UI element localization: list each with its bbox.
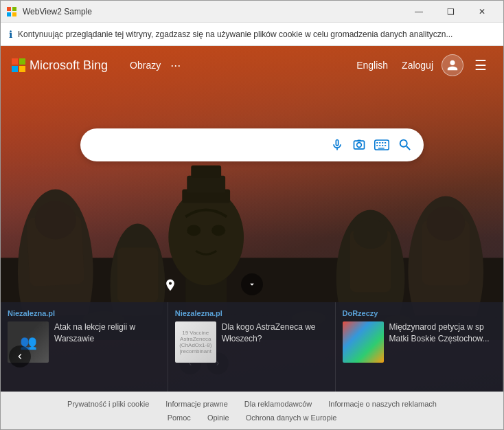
info-icon: ℹ [9,29,12,40]
ms-logo-red [12,58,18,65]
search-input[interactable] [91,139,330,151]
news-headline-2: Dla kogo AstraZeneca we Włoszech? [222,321,328,363]
svg-rect-35 [376,145,378,146]
svg-rect-17 [191,166,221,178]
window-frame: WebView2 Sample — ❑ ✕ ℹ Kontynuując prze… [0,0,504,430]
bing-navbar: Microsoft Bing Obrazy ··· English Zalogu… [1,46,503,84]
vaccine-thumbnail: 19 Vaccine AstraZeneca (ChAdOx1-8) [reco… [175,321,216,363]
footer-link-help[interactable]: Pomoc [168,414,191,422]
search-container [80,128,424,161]
svg-rect-34 [385,142,386,144]
scroll-down-button[interactable] [241,273,263,295]
search-button[interactable] [398,137,413,152]
nav-more[interactable]: ··· [166,56,185,76]
svg-rect-39 [378,148,385,149]
cookie-banner-text: Kontynuując przeglądanie tej witryny, zg… [18,30,453,39]
svg-point-28 [357,143,362,148]
hamburger-menu[interactable]: ☰ [469,54,492,76]
chevron-down-icon [247,280,257,289]
user-avatar[interactable] [442,54,463,76]
news-thumb-2: 19 Vaccine AstraZeneca (ChAdOx1-8) [reco… [175,321,216,363]
microphone-icon [330,138,344,152]
footer-link-legal[interactable]: Informacje prawne [165,400,228,408]
svg-point-12 [168,190,244,286]
footer-link-advertisers[interactable]: Dla reklamodawców [244,400,312,408]
ms-logo-yellow [19,66,25,72]
news-card-3[interactable]: DoRzeczy Międzynarod petycja w sp Matki … [336,302,503,392]
nav-images[interactable]: Obrazy [124,57,166,73]
ms-logo-green [19,58,25,65]
minimize-button[interactable]: — [403,1,435,23]
footer: Prywatność i pliki cookie Informacje pra… [1,392,503,429]
footer-row-2: Pomoc Opinie Ochrona danych w Europie [1,411,503,425]
svg-rect-31 [376,142,378,144]
language-selector[interactable]: English [351,57,393,73]
svg-rect-16 [187,176,225,193]
search-icon [398,137,413,152]
bing-logo-text: Microsoft Bing [30,58,108,73]
news-headline-3: Międzynarod petycja w sp Matki Boskie Cz… [389,321,496,363]
news-headline-1: Atak na lekcje religii w Warszawie [54,321,161,363]
location-pin[interactable] [163,278,177,295]
colorful-thumbnail [343,321,384,363]
footer-link-ad-info[interactable]: Informacje o naszych reklamach [328,400,437,408]
footer-link-feedback[interactable]: Opinie [207,414,229,422]
svg-point-14 [211,225,225,236]
browser-content: Microsoft Bing Obrazy ··· English Zalogu… [1,46,503,429]
svg-rect-32 [379,142,380,144]
svg-point-23 [426,207,465,241]
microsoft-logo [12,58,25,72]
close-button[interactable]: ✕ [466,1,498,23]
svg-rect-36 [379,145,380,146]
ms-logo-blue [12,66,18,72]
cookie-banner: ℹ Kontynuując przeglądanie tej witryny, … [1,23,503,46]
search-icons [330,137,413,152]
voice-search-button[interactable] [330,138,344,152]
hero-background: Microsoft Bing Obrazy ··· English Zalogu… [1,46,503,429]
location-icon [163,278,177,292]
title-bar: WebView2 Sample — ❑ ✕ [1,1,503,23]
svg-rect-29 [358,140,361,142]
svg-rect-0 [7,7,11,11]
svg-point-20 [354,218,388,249]
keyboard-button[interactable] [374,138,389,152]
news-body-3: Międzynarod petycja w sp Matki Boskie Cz… [343,321,496,363]
maximize-button[interactable]: ❑ [435,1,466,23]
svg-point-7 [35,201,76,240]
window-controls: — ❑ ✕ [403,1,498,23]
news-source-2[interactable]: Niezalezna.pl [175,309,328,317]
footer-row-1: Prywatność i pliki cookie Informacje pra… [1,397,503,411]
svg-rect-37 [382,145,383,146]
news-body-2: 19 Vaccine AstraZeneca (ChAdOx1-8) [reco… [175,321,328,363]
nav-right: English Zaloguj ☰ [351,54,492,76]
app-icon [6,6,17,17]
news-source-1[interactable]: Niezalezna.pl [8,309,161,317]
avatar-icon [446,59,459,71]
bing-logo[interactable]: Microsoft Bing [12,58,108,73]
svg-rect-3 [12,12,16,16]
news-thumb-3 [343,321,384,363]
camera-icon [352,138,366,152]
svg-rect-33 [382,142,383,144]
news-strip: Niezalezna.pl 👥 Atak na lekcje religii w… [1,302,503,392]
footer-link-privacy[interactable]: Prywatność i pliki cookie [67,400,149,408]
carousel-prev-button[interactable] [9,346,31,367]
svg-rect-1 [12,7,16,11]
scroll-indicator [241,273,263,295]
footer-link-gdpr[interactable]: Ochrona danych w Europie [246,414,337,422]
svg-rect-9 [117,247,159,302]
signin-button[interactable]: Zaloguj [396,57,439,73]
svg-point-13 [187,225,201,236]
svg-rect-2 [7,12,11,16]
window-title: WebView2 Sample [23,7,403,16]
svg-rect-38 [385,145,386,146]
search-box [80,128,424,161]
news-card-2[interactable]: Niezalezna.pl 19 Vaccine AstraZeneca (Ch… [168,302,336,392]
news-source-3[interactable]: DoRzeczy [343,309,496,317]
visual-search-button[interactable] [352,138,366,152]
keyboard-icon [374,138,389,152]
left-arrow-icon [14,351,25,362]
